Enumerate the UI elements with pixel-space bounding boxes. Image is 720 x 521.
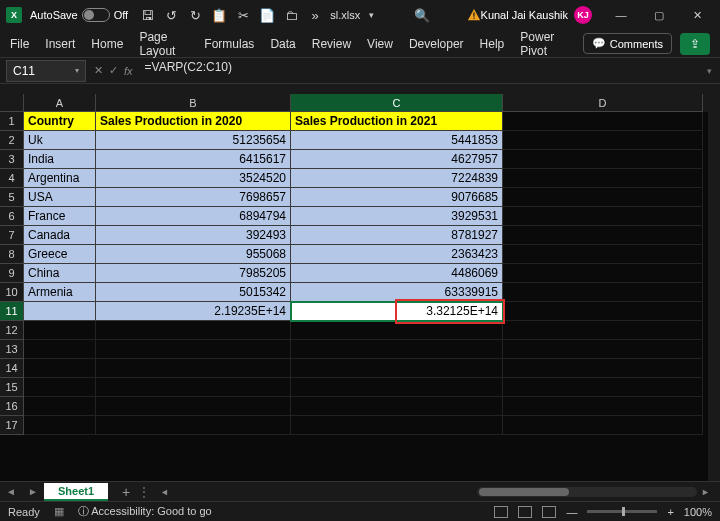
formula-bar[interactable]: =VARP(C2:C10) xyxy=(141,60,699,82)
row-header-14[interactable]: 14 xyxy=(0,359,24,378)
select-all-corner[interactable] xyxy=(0,94,24,112)
cell-A12[interactable] xyxy=(24,321,96,340)
ribbon-tab-insert[interactable]: Insert xyxy=(45,37,75,51)
row-header-13[interactable]: 13 xyxy=(0,340,24,359)
cell-B11[interactable]: 2.19235E+14 xyxy=(96,302,291,321)
cell-D12[interactable] xyxy=(503,321,703,340)
column-header-A[interactable]: A xyxy=(24,94,96,112)
cell-C9[interactable]: 4486069 xyxy=(291,264,503,283)
cell-A15[interactable] xyxy=(24,378,96,397)
cell-B15[interactable] xyxy=(96,378,291,397)
row-header-8[interactable]: 8 xyxy=(0,245,24,264)
cell-A10[interactable]: Armenia xyxy=(24,283,96,302)
search-icon[interactable]: 🔍 xyxy=(415,8,429,22)
cell-C10[interactable]: 63339915 xyxy=(291,283,503,302)
share-button[interactable]: ⇪ xyxy=(680,33,710,55)
cell-A13[interactable] xyxy=(24,340,96,359)
cell-B12[interactable] xyxy=(96,321,291,340)
column-header-C[interactable]: C xyxy=(291,94,503,112)
cell-C3[interactable]: 4627957 xyxy=(291,150,503,169)
row-header-17[interactable]: 17 xyxy=(0,416,24,435)
cell-B6[interactable]: 6894794 xyxy=(96,207,291,226)
cell-B9[interactable]: 7985205 xyxy=(96,264,291,283)
page-break-view-icon[interactable] xyxy=(542,506,556,518)
cell-B2[interactable]: 51235654 xyxy=(96,131,291,150)
cell-D1[interactable] xyxy=(503,112,703,131)
cell-B17[interactable] xyxy=(96,416,291,435)
close-button[interactable]: ✕ xyxy=(680,3,714,27)
sheet-tab-active[interactable]: Sheet1 xyxy=(44,483,108,501)
cell-B14[interactable] xyxy=(96,359,291,378)
cell-A7[interactable]: Canada xyxy=(24,226,96,245)
formula-expand-icon[interactable]: ▾ xyxy=(699,66,720,76)
fx-icon[interactable]: fx xyxy=(124,65,133,77)
cell-B3[interactable]: 6415617 xyxy=(96,150,291,169)
cell-A11[interactable] xyxy=(24,302,96,321)
ribbon-tab-view[interactable]: View xyxy=(367,37,393,51)
cell-D5[interactable] xyxy=(503,188,703,207)
row-header-9[interactable]: 9 xyxy=(0,264,24,283)
row-header-1[interactable]: 1 xyxy=(0,112,24,131)
cell-D17[interactable] xyxy=(503,416,703,435)
vertical-scrollbar[interactable] xyxy=(708,94,720,481)
cell-A9[interactable]: China xyxy=(24,264,96,283)
column-header-D[interactable]: D xyxy=(503,94,703,112)
maximize-button[interactable]: ▢ xyxy=(642,3,676,27)
ribbon-tab-powerpivot[interactable]: Power Pivot xyxy=(520,30,567,58)
cell-B16[interactable] xyxy=(96,397,291,416)
cell-D8[interactable] xyxy=(503,245,703,264)
cell-C15[interactable] xyxy=(291,378,503,397)
cell-D7[interactable] xyxy=(503,226,703,245)
cell-C12[interactable] xyxy=(291,321,503,340)
cell-A2[interactable]: Uk xyxy=(24,131,96,150)
name-box[interactable]: C11 ▾ xyxy=(6,60,86,82)
cell-C6[interactable]: 3929531 xyxy=(291,207,503,226)
row-header-2[interactable]: 2 xyxy=(0,131,24,150)
cell-D2[interactable] xyxy=(503,131,703,150)
row-header-7[interactable]: 7 xyxy=(0,226,24,245)
cell-B1[interactable]: Sales Production in 2020 xyxy=(96,112,291,131)
ribbon-tab-help[interactable]: Help xyxy=(480,37,505,51)
zoom-out-button[interactable]: ― xyxy=(566,506,577,518)
row-header-3[interactable]: 3 xyxy=(0,150,24,169)
cell-C14[interactable] xyxy=(291,359,503,378)
row-header-6[interactable]: 6 xyxy=(0,207,24,226)
stats-icon[interactable]: ▦ xyxy=(54,505,64,518)
cell-A1[interactable]: Country xyxy=(24,112,96,131)
cell-C11[interactable]: 3.32125E+14 xyxy=(291,302,503,321)
minimize-button[interactable]: ― xyxy=(604,3,638,27)
ribbon-tab-developer[interactable]: Developer xyxy=(409,37,464,51)
cell-A6[interactable]: France xyxy=(24,207,96,226)
ribbon-tab-data[interactable]: Data xyxy=(270,37,295,51)
scroll-right-icon[interactable]: ► xyxy=(701,487,710,497)
cell-A5[interactable]: USA xyxy=(24,188,96,207)
toggle-switch-icon[interactable] xyxy=(82,8,110,22)
spreadsheet-grid[interactable]: ABCD 1234567891011121314151617 CountrySa… xyxy=(0,94,720,481)
ribbon-tab-pagelayout[interactable]: Page Layout xyxy=(139,30,188,58)
cell-D14[interactable] xyxy=(503,359,703,378)
zoom-level[interactable]: 100% xyxy=(684,506,712,518)
cell-B4[interactable]: 3524520 xyxy=(96,169,291,188)
accessibility-status[interactable]: ⓘ Accessibility: Good to go xyxy=(78,504,212,519)
cell-C1[interactable]: Sales Production in 2021 xyxy=(291,112,503,131)
cell-C7[interactable]: 8781927 xyxy=(291,226,503,245)
cell-A17[interactable] xyxy=(24,416,96,435)
cell-C8[interactable]: 2363423 xyxy=(291,245,503,264)
cell-D9[interactable] xyxy=(503,264,703,283)
cell-D10[interactable] xyxy=(503,283,703,302)
cell-A16[interactable] xyxy=(24,397,96,416)
zoom-in-button[interactable]: + xyxy=(667,506,673,518)
redo-icon[interactable]: ↻ xyxy=(188,8,202,22)
chevron-down-icon[interactable]: ▾ xyxy=(75,66,79,75)
cell-C5[interactable]: 9076685 xyxy=(291,188,503,207)
cell-B13[interactable] xyxy=(96,340,291,359)
row-header-10[interactable]: 10 xyxy=(0,283,24,302)
overflow-icon[interactable]: » xyxy=(308,8,322,22)
cell-C2[interactable]: 5441853 xyxy=(291,131,503,150)
cell-A4[interactable]: Argentina xyxy=(24,169,96,188)
cell-B5[interactable]: 7698657 xyxy=(96,188,291,207)
ribbon-tab-review[interactable]: Review xyxy=(312,37,351,51)
row-header-5[interactable]: 5 xyxy=(0,188,24,207)
ribbon-tab-formulas[interactable]: Formulas xyxy=(204,37,254,51)
horizontal-scrollbar[interactable] xyxy=(477,487,697,497)
